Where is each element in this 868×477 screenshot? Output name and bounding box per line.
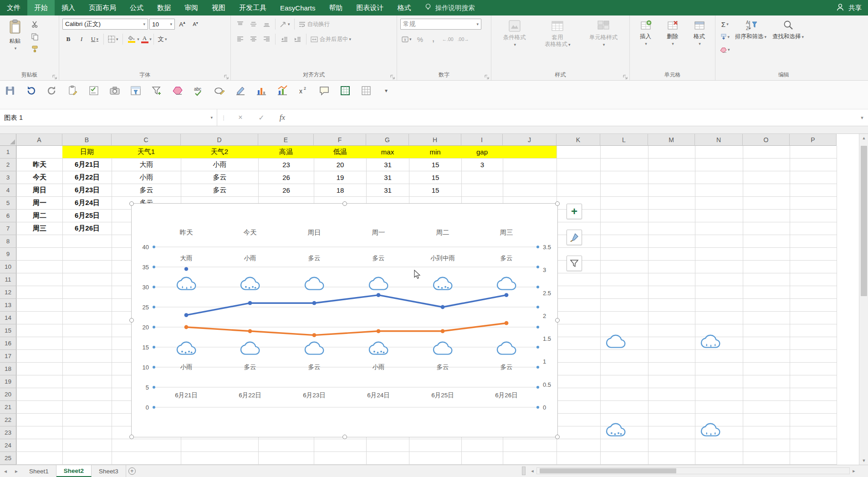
row-header-12[interactable]: 12 [0, 286, 16, 299]
header-cell-C1[interactable]: 天气1 [112, 146, 181, 158]
table-toolbar-icon[interactable] [360, 84, 373, 97]
cell-D2[interactable]: 小雨 [181, 159, 258, 171]
underline-button[interactable]: U▾ [89, 34, 101, 45]
cell-H2[interactable]: 15 [409, 159, 461, 171]
row-header-4[interactable]: 4 [0, 184, 16, 197]
cell-B2[interactable]: 6月21日 [63, 159, 112, 171]
format-as-table-button[interactable]: 套用表格格式▾ [543, 18, 572, 71]
vertical-scrollbar[interactable]: ▲ ▼ [859, 134, 868, 465]
cell-D4[interactable]: 多云 [181, 184, 258, 196]
cell-E4[interactable]: 26 [259, 184, 314, 196]
sheet-nav-left[interactable]: ◄ [0, 465, 11, 477]
tab-4[interactable]: 公式 [123, 0, 150, 15]
cell-H3[interactable]: 15 [409, 171, 461, 184]
cancel-button[interactable]: × [230, 109, 251, 126]
comment-toolbar-icon[interactable] [318, 84, 331, 97]
cell-A7[interactable]: 周三 [17, 222, 62, 235]
autosum-button[interactable]: Σ▾ [719, 19, 731, 30]
camera-toolbar-icon[interactable] [108, 84, 121, 97]
row-header-8[interactable]: 8 [0, 235, 16, 248]
save-toolbar-icon[interactable] [4, 84, 16, 97]
align-bottom-button[interactable] [260, 19, 272, 30]
increase-indent-button[interactable] [291, 34, 303, 45]
cell-B6[interactable]: 6月25日 [63, 210, 112, 222]
row-header-1[interactable]: 1 [0, 146, 16, 159]
accounting-format-button[interactable]: ¥▾ [400, 34, 413, 45]
row-header-11[interactable]: 11 [0, 273, 16, 286]
row-header-13[interactable]: 13 [0, 299, 16, 312]
enter-button[interactable]: ✓ [251, 109, 272, 126]
column-header-C[interactable]: C [112, 134, 181, 146]
row-header-22[interactable]: 22 [0, 414, 16, 426]
column-header-L[interactable]: L [600, 134, 648, 146]
name-box[interactable]: 图表 1 ▾ [0, 109, 217, 126]
column-header-J[interactable]: J [503, 134, 557, 146]
row-header-5[interactable]: 5 [0, 197, 16, 210]
font-name-select[interactable]: Calibri (正文)▾ [62, 19, 148, 30]
cell-C2[interactable]: 大雨 [112, 159, 181, 171]
column-header-P[interactable]: P [790, 134, 837, 146]
row-header-2[interactable]: 2 [0, 159, 16, 171]
format-painter-button[interactable] [29, 43, 41, 54]
font-size-select[interactable]: 10▾ [149, 19, 175, 30]
font-dialog-launcher[interactable] [224, 73, 229, 79]
row-header-15[interactable]: 15 [0, 324, 16, 337]
cell-E3[interactable]: 26 [259, 171, 314, 184]
tab-8[interactable]: 开发工具 [232, 0, 273, 15]
number-dialog-launcher[interactable] [484, 73, 490, 79]
align-right-button[interactable] [260, 34, 272, 45]
cell-B4[interactable]: 6月23日 [63, 184, 112, 196]
column-header-H[interactable]: H [409, 134, 461, 146]
column-header-B[interactable]: B [62, 134, 112, 146]
chart-selection-handle[interactable] [129, 201, 134, 206]
column-header-G[interactable]: G [366, 134, 409, 146]
chart-selection-handle[interactable] [555, 201, 560, 206]
chart-selection-handle[interactable] [342, 435, 347, 439]
align-center-button[interactable] [247, 34, 259, 45]
number-format-select[interactable]: 常规▾ [400, 19, 481, 30]
cell-B7[interactable]: 6月26日 [63, 222, 112, 235]
horizontal-scroll-thumb[interactable] [540, 468, 676, 473]
cell-B3[interactable]: 6月22日 [63, 171, 112, 184]
row-header-17[interactable]: 17 [0, 350, 16, 363]
formula-input[interactable] [293, 109, 856, 126]
scroll-down-arrow[interactable]: ▼ [859, 456, 868, 465]
clear-button[interactable]: ▾ [719, 44, 731, 55]
fill-button[interactable]: ▾ [719, 31, 731, 42]
cell-F2[interactable]: 20 [314, 159, 366, 171]
cell-A3[interactable]: 今天 [17, 171, 62, 184]
tab-10[interactable]: 帮助 [322, 0, 350, 15]
row-header-16[interactable]: 16 [0, 337, 16, 350]
cell-D3[interactable]: 多云 [181, 171, 258, 184]
tell-me-search[interactable]: 操作说明搜索 [424, 0, 475, 15]
redo-toolbar-icon[interactable] [46, 84, 58, 97]
copy-button[interactable] [29, 31, 41, 42]
filter-panel-toolbar-icon[interactable] [129, 84, 142, 97]
cell-A6[interactable]: 周二 [17, 210, 62, 222]
sheet-tab-sheet2[interactable]: Sheet2 [56, 465, 92, 477]
row-header-10[interactable]: 10 [0, 261, 16, 273]
decrease-indent-button[interactable] [278, 34, 290, 45]
align-left-button[interactable] [234, 34, 246, 45]
header-cell-I1[interactable]: gap [461, 146, 503, 158]
account-icon[interactable] [836, 3, 845, 13]
header-cell-F1[interactable]: 低温 [314, 146, 366, 158]
cell-C4[interactable]: 多云 [112, 184, 181, 196]
tab-12[interactable]: 格式 [391, 0, 418, 15]
column-header-I[interactable]: I [461, 134, 503, 146]
add-sheet-button[interactable]: + [126, 465, 138, 477]
tab-3[interactable]: 页面布局 [82, 0, 123, 15]
checklist-toolbar-icon[interactable] [87, 84, 100, 97]
cell-I2[interactable]: 3 [462, 159, 503, 171]
cell-F4[interactable]: 18 [314, 184, 366, 196]
header-cell-B1[interactable]: 日期 [62, 146, 112, 158]
header-cell-H1[interactable]: min [409, 146, 461, 158]
row-header-20[interactable]: 20 [0, 388, 16, 401]
cell-H4[interactable]: 15 [409, 184, 461, 196]
chart-selection-handle[interactable] [342, 201, 347, 206]
column-header-E[interactable]: E [258, 134, 314, 146]
find-select-button[interactable]: 查找和选择▾ [771, 18, 806, 71]
italic-button[interactable]: I [76, 34, 87, 45]
weather-chart[interactable]: 051015202530354000.511.522.533.5昨天今天周日周一… [131, 203, 558, 437]
sort-filter-button[interactable]: AZ 排序和筛选▾ [733, 18, 769, 71]
